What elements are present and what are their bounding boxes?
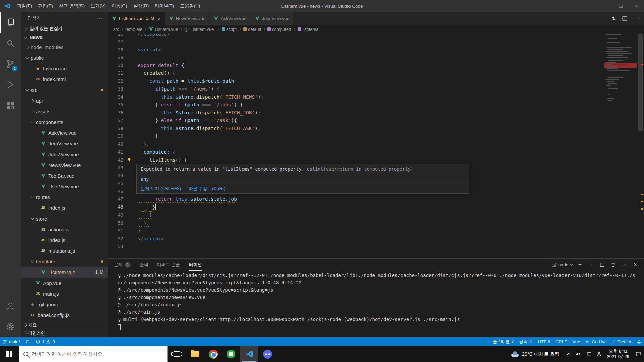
scrollbar-slider[interactable] [638,34,643,131]
close-button[interactable]: × [629,0,644,12]
extensions-icon[interactable] [0,95,21,116]
tree-item-index.html[interactable]: <>index.html [21,74,108,84]
terminal-output[interactable]: @ ./node_modules/cache-loader/dist/cjs.j… [108,271,644,337]
notifications-bell-icon[interactable] [634,337,644,346]
code-line-29[interactable]: 29 [108,54,644,62]
green-circle-app[interactable] [222,346,240,362]
view-problem-link[interactable]: 문제 보기 (<Alt>+F8) [141,186,181,192]
code-line-40[interactable]: 40 }, [108,140,644,148]
breadcrumb-item-computed[interactable]: computed [267,27,291,32]
tree-item-store[interactable]: store [21,213,108,224]
project-section-header[interactable]: NEWS [21,33,108,42]
tree-item-App.vue[interactable]: App.vue [21,278,108,288]
account-icon[interactable] [0,296,21,316]
menu-item[interactable]: 터미널(T) [152,0,177,12]
menu-item[interactable]: 선택 영역(S) [56,0,88,12]
panel-tab-터미널[interactable]: 터미널 [189,259,202,271]
start-button[interactable] [0,346,19,362]
tree-item-.gitignore[interactable]: ◆.gitignore [21,299,108,310]
tree-item-AskView.vue[interactable]: AskView.vue [21,127,108,138]
menu-item[interactable]: 파일(F) [14,0,35,12]
hidden-icons-chevron[interactable] [565,346,573,362]
new-terminal-icon[interactable]: + [577,260,583,269]
lightbulb-icon[interactable] [127,157,132,162]
tree-item-ToolBar.vue[interactable]: ToolBar.vue [21,170,108,181]
go-live-status[interactable]: Go Live [583,337,609,346]
menu-item[interactable]: 보기(V) [88,0,109,12]
close-panel-icon[interactable]: × [632,260,639,269]
run-debug-icon[interactable] [0,74,21,95]
code-line-38[interactable]: 38 this.$store.dispatch('FETCH_ASK'); [108,124,644,132]
breadcrumb-item-src[interactable]: src [113,27,119,32]
git-branch-status[interactable]: main* [0,337,23,346]
tree-item-index.js[interactable]: JSindex.js [21,235,108,245]
tree-item-favicon.ico[interactable]: ★favicon.ico [21,63,108,74]
code-line-52[interactable]: 52</script> [108,235,644,243]
minimap[interactable] [604,34,637,118]
split-editor-icon[interactable] [622,16,628,21]
code-line-37[interactable]: 37 } else if (path === '/ask'){ [108,117,644,125]
menu-item[interactable]: 이동(G) [109,0,130,12]
tree-item-actions.js[interactable]: JSactions.js [21,224,108,235]
code-line-50[interactable]: 50 }, [108,219,644,227]
file-explorer-app[interactable] [186,346,204,362]
tree-item-main.js[interactable]: JSmain.js [21,288,108,299]
split-terminal-icon[interactable] [599,260,605,269]
eol-status[interactable]: CRLF [553,337,570,346]
tree-item-babel.config.js[interactable]: Bbabel.config.js [21,310,108,320]
quick-fix-link[interactable]: 빠른 수정... (Ctrl+.) [189,186,225,192]
editor-tab-ListItem.vue[interactable]: ListItem.vue1, M× [108,12,165,25]
open-changes-icon[interactable] [611,16,616,21]
search-icon[interactable] [0,33,21,54]
code-line-42[interactable]: 42 listItems() { [108,156,644,164]
vscode-app[interactable] [240,346,258,362]
code-line-28[interactable]: 28<script> [108,46,644,54]
tree-item-mutations.js[interactable]: JSmutations.js [21,245,108,256]
more-actions-icon[interactable]: ··· [96,15,103,21]
close-icon[interactable]: × [158,16,161,21]
breadcrumb-item-default[interactable]: default [243,27,261,32]
ime-language-indicator[interactable]: A [595,346,604,362]
breadcrumb-item-template[interactable]: template [125,27,142,32]
discord-app[interactable] [258,346,276,362]
code-line-36[interactable]: 36 this.$store.dispatch('FETCH_JOB'); [108,109,644,117]
weather-widget[interactable]: 29°C 대체로 흐림 [506,351,565,357]
prettier-status[interactable]: ✓ Prettier [609,337,634,346]
code-line-48[interactable]: 48 } [108,203,644,211]
code-line-33[interactable]: 33 if(path === '/news') { [108,85,644,93]
panel-tab-디버그 콘솔[interactable]: 디버그 콘솔 [157,259,180,271]
explorer-icon[interactable] [0,12,21,33]
sync-icon[interactable] [23,337,33,346]
code-line-39[interactable]: 39 } [108,132,644,140]
tree-item-UserView.vue[interactable]: UserView.vue [21,181,108,192]
editor-tab-AskView.vue[interactable]: AskView.vue [210,12,251,25]
taskbar-clock[interactable]: 오후 8:41 2021-07-29 [604,349,633,359]
code-line-30[interactable]: 30export default { [108,61,644,69]
volume-icon[interactable] [573,346,584,362]
code-line-27[interactable]: 27 [108,38,644,46]
breadcrumb-item-script[interactable]: script [222,27,237,32]
maximize-panel-icon[interactable] [621,260,628,269]
tree-item-public[interactable]: public [21,52,108,63]
code-line-51[interactable]: 51} [108,227,644,235]
terminal-dropdown-icon[interactable] [588,260,594,269]
timeline-section[interactable]: 타임라인 [21,329,108,337]
encoding-status[interactable]: UTF-8 [535,337,553,346]
tree-item-ListItem.vue[interactable]: ListItem.vue1, M [21,267,108,278]
maximize-button[interactable]: □ [613,0,629,12]
code-line-47[interactable]: 47 return this.$store.state.job [108,195,644,203]
tree-item-components[interactable]: components [21,117,108,127]
code-line-53[interactable]: 53 [108,243,644,251]
breadcrumb-item-listItems[interactable]: listItems [298,27,318,32]
tree-item-ItemView.vue[interactable]: ItemView.vue [21,138,108,149]
menu-item[interactable]: 편집(E) [35,0,56,12]
tree-item-template[interactable]: template [21,256,108,267]
network-icon[interactable] [584,346,595,362]
tree-item-node_modules[interactable]: node_modules [21,42,108,52]
task-view-button[interactable] [168,346,186,362]
indentation-status[interactable]: 공백: 2 [516,337,535,346]
problems-status[interactable]: 1 0 [33,337,57,346]
editor-tab-NewsView.vue[interactable]: NewsView.vue [165,12,210,25]
minimize-button[interactable]: ─ [598,0,613,12]
language-mode-status[interactable]: Vue [570,337,583,346]
